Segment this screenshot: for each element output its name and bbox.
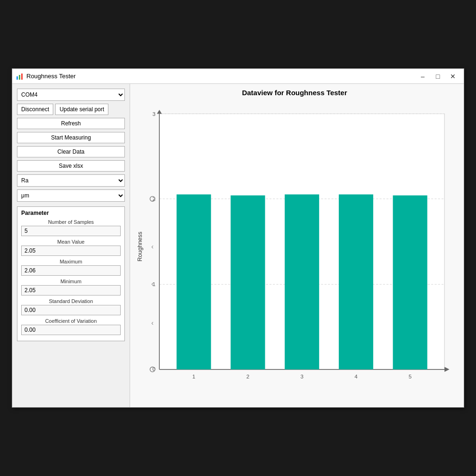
x-tick-3: 3: [300, 374, 303, 379]
refresh-button[interactable]: Refresh: [17, 118, 125, 129]
clear-data-button[interactable]: Clear Data: [17, 146, 125, 157]
chart-area: Dataview for Roughness Tester: [130, 84, 464, 407]
bar-5: [393, 196, 427, 369]
disconnect-button[interactable]: Disconnect: [17, 104, 53, 115]
app-icon: [16, 73, 24, 80]
x-tick-1: 1: [192, 374, 195, 379]
bar-5-label: 2.05: [405, 189, 415, 194]
num-samples-value: 5: [21, 226, 121, 236]
std-dev-value: 0.00: [21, 305, 121, 315]
cov-value: 0.00: [21, 325, 121, 335]
bar-3-label: 2.06: [297, 188, 306, 193]
save-xlsx-button[interactable]: Save xlsx: [17, 160, 125, 172]
connection-buttons: Disconnect Update serial port: [17, 104, 125, 115]
svg-marker-10: [157, 110, 162, 114]
std-dev-label: Standard Deviation: [21, 298, 121, 304]
close-button[interactable]: ✕: [446, 71, 460, 82]
x-tick-2: 2: [246, 374, 249, 379]
parameter-box: Parameter Number of Samples 5 Mean Value…: [17, 206, 125, 341]
bar-4-label: 2.06: [351, 188, 361, 193]
num-samples-label: Number of Samples: [21, 219, 121, 225]
left-nav-arrow-bot[interactable]: ‹: [151, 280, 154, 287]
main-content: COM4 COM1 COM2 COM3 COM5 Disconnect Upda…: [12, 84, 464, 407]
svg-rect-1: [19, 75, 20, 80]
svg-text:3: 3: [152, 111, 155, 117]
x-tick-4: 4: [354, 374, 358, 379]
bar-1-label: 2.06: [189, 188, 198, 193]
minimize-button[interactable]: –: [416, 71, 430, 82]
svg-rect-2: [21, 74, 23, 80]
svg-rect-0: [16, 76, 18, 80]
maximum-value: 2.06: [21, 265, 121, 276]
bar-chart: 0 1 2 3 Roughness 2.06 2.05 2.06: [135, 100, 454, 402]
maximum-label: Maximum: [21, 259, 121, 264]
maximize-button[interactable]: □: [431, 71, 445, 82]
start-measuring-button[interactable]: Start Measuring: [17, 132, 125, 143]
window-title: Roughness Tester: [26, 73, 413, 80]
update-serial-button[interactable]: Update serial port: [55, 104, 108, 115]
mean-value: 2.05: [21, 246, 121, 256]
minimum-label: Minimum: [21, 279, 121, 284]
title-bar: Roughness Tester – □ ✕: [12, 69, 464, 84]
cov-label: Coefficient of Variation: [21, 318, 121, 324]
svg-text:Roughness: Roughness: [137, 231, 143, 261]
x-tick-5: 5: [409, 374, 411, 379]
chart-title: Dataview for Roughness Tester: [135, 89, 454, 97]
mean-value-label: Mean Value: [21, 239, 121, 245]
param-section-title: Parameter: [21, 210, 121, 216]
chart-container: 0 1 2 3 Roughness 2.06 2.05 2.06: [135, 100, 454, 402]
left-nav-arrow-mid[interactable]: ‹: [151, 319, 154, 327]
bar-2: [230, 196, 265, 369]
parameter-select[interactable]: Ra Rz Rq Rt: [17, 174, 125, 187]
bar-3: [285, 195, 319, 369]
left-nav-arrow-top[interactable]: ‹: [151, 243, 154, 250]
svg-marker-9: [444, 367, 449, 372]
minimum-value: 2.05: [21, 285, 121, 295]
window-controls: – □ ✕: [416, 71, 460, 82]
bar-2-label: 2.05: [243, 189, 253, 194]
com-port-select[interactable]: COM4 COM1 COM2 COM3 COM5: [17, 89, 125, 101]
bar-1: [177, 195, 211, 369]
app-window: Roughness Tester – □ ✕ COM4 COM1 COM2 CO…: [12, 68, 464, 408]
unit-select[interactable]: μm mm in: [17, 189, 125, 202]
bar-4: [339, 195, 373, 369]
sidebar: COM4 COM1 COM2 COM3 COM5 Disconnect Upda…: [12, 84, 130, 407]
